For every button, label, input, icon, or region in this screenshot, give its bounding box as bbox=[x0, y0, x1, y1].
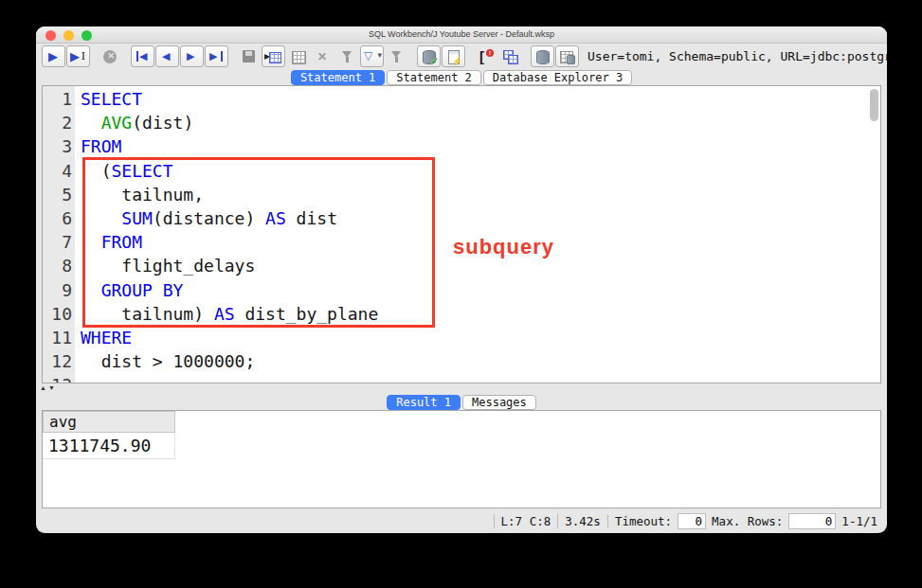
code-line-13[interactable]: 13 bbox=[43, 373, 880, 383]
rollback-button[interactable] bbox=[442, 45, 465, 67]
code-line-12[interactable]: 12 dist > 1000000; bbox=[43, 349, 880, 373]
insert-row-button[interactable] bbox=[262, 45, 285, 67]
execute-all-button[interactable] bbox=[42, 45, 65, 67]
code-text: FROM bbox=[75, 230, 142, 254]
db-icon bbox=[534, 49, 551, 64]
line-number: 6 bbox=[43, 206, 75, 230]
window-title: SQL Workbench/J Youtube Server - Default… bbox=[36, 27, 887, 43]
delete-x-icon bbox=[315, 49, 331, 64]
line-number: 1 bbox=[43, 87, 75, 111]
close-button[interactable] bbox=[45, 30, 56, 41]
code-text: tailnum) AS dist_by_plane bbox=[75, 302, 378, 326]
code-line-11[interactable]: 11WHERE bbox=[43, 326, 880, 349]
minimize-button[interactable] bbox=[63, 30, 74, 41]
code-text: dist > 1000000; bbox=[75, 349, 255, 373]
splitter-arrows-icon[interactable]: ▲▼ bbox=[40, 384, 57, 391]
timeout-input[interactable] bbox=[678, 513, 706, 529]
rollback-icon bbox=[445, 49, 461, 64]
code-line-6[interactable]: 6 SUM(distance) AS dist bbox=[43, 206, 880, 230]
status-bar: L:7 C:8 3.42s Timeout: Max. Rows: 1-1/1 bbox=[36, 508, 887, 533]
app-window: SQL Workbench/J Youtube Server - Default… bbox=[36, 27, 887, 533]
line-number: 5 bbox=[43, 183, 75, 206]
row-info: 1-1/1 bbox=[841, 514, 877, 528]
filter-picker-button[interactable] bbox=[360, 45, 384, 67]
tab-database-explorer-3[interactable]: Database Explorer 3 bbox=[483, 70, 632, 85]
commit-button[interactable] bbox=[417, 45, 441, 67]
connection-db-button[interactable] bbox=[531, 45, 554, 67]
delete-row-button[interactable] bbox=[311, 45, 334, 67]
reset-filter-button[interactable] bbox=[385, 45, 408, 67]
tab-statement-1[interactable]: Statement 1 bbox=[291, 70, 385, 85]
max-rows-label: Max. Rows: bbox=[712, 514, 783, 528]
result-header-row: avg bbox=[43, 411, 880, 433]
line-number: 10 bbox=[43, 302, 75, 326]
code-text: FROM bbox=[75, 134, 121, 158]
sql-editor[interactable]: 1SELECT2 AVG(dist)3FROM4 (SELECT5 tailnu… bbox=[42, 85, 881, 383]
timeout-label: Timeout: bbox=[615, 514, 672, 528]
tab-messages[interactable]: Messages bbox=[462, 395, 536, 410]
subquery-annotation-label: subquery bbox=[453, 235, 554, 259]
cancel-execution-button[interactable] bbox=[99, 45, 122, 67]
run-icon bbox=[45, 49, 62, 64]
traffic-lights bbox=[45, 30, 92, 41]
cursor-position: L:7 C:8 bbox=[501, 514, 551, 528]
code-line-1[interactable]: 1SELECT bbox=[43, 87, 880, 111]
tables-icon bbox=[502, 49, 518, 64]
tab-statement-2[interactable]: Statement 2 bbox=[387, 70, 480, 85]
code-text: flight_delays bbox=[75, 254, 255, 277]
copy-row-icon bbox=[290, 49, 306, 64]
column-header-avg[interactable]: avg bbox=[43, 411, 175, 433]
code-text: tailnum, bbox=[75, 183, 204, 206]
code-text: SUM(distance) AS dist bbox=[75, 206, 337, 230]
commit-icon bbox=[421, 49, 437, 64]
code-line-10[interactable]: 10 tailnum) AS dist_by_plane bbox=[43, 302, 880, 326]
code-line-4[interactable]: 4 (SELECT bbox=[43, 159, 880, 183]
code-line-3[interactable]: 3FROM bbox=[43, 134, 880, 158]
insert-row-icon bbox=[265, 49, 281, 64]
data-tables-button[interactable] bbox=[498, 45, 522, 67]
editor-vertical-scrollbar[interactable] bbox=[870, 89, 878, 121]
previous-row-button[interactable] bbox=[155, 45, 179, 67]
code-text: SELECT bbox=[75, 87, 142, 111]
table-cell[interactable]: 1311745.90 bbox=[43, 433, 175, 459]
line-number: 4 bbox=[43, 159, 75, 183]
filter-picker-icon bbox=[364, 49, 380, 64]
first-row-button[interactable] bbox=[131, 45, 154, 67]
auto-commit-button[interactable] bbox=[474, 45, 497, 67]
execution-time: 3.42s bbox=[565, 514, 601, 528]
run-current-icon bbox=[70, 49, 86, 64]
line-number: 11 bbox=[43, 326, 75, 349]
line-number: 7 bbox=[43, 230, 75, 254]
max-rows-input[interactable] bbox=[788, 513, 836, 529]
splitter[interactable]: ▲▼ bbox=[36, 383, 887, 394]
code-text: AVG(dist) bbox=[75, 111, 193, 134]
cancel-icon bbox=[102, 49, 118, 64]
line-number: 13 bbox=[43, 373, 75, 383]
filter-x-icon bbox=[389, 49, 405, 64]
auto-commit-icon bbox=[478, 49, 494, 64]
code-text: GROUP BY bbox=[75, 278, 183, 302]
result-panel: avg 1311745.90 bbox=[42, 410, 881, 508]
table-db-icon bbox=[559, 49, 575, 64]
copy-row-button[interactable] bbox=[286, 45, 310, 67]
line-number: 9 bbox=[43, 278, 75, 302]
code-line-5[interactable]: 5 tailnum, bbox=[43, 183, 880, 206]
filter-button[interactable] bbox=[335, 45, 359, 67]
show-db-tree-button[interactable] bbox=[555, 45, 579, 67]
save-changes-button[interactable] bbox=[237, 45, 261, 67]
title-bar[interactable]: SQL Workbench/J Youtube Server - Default… bbox=[36, 27, 887, 44]
zoom-button[interactable] bbox=[81, 30, 92, 41]
line-number: 12 bbox=[43, 349, 75, 373]
toolbar: User=tomi, Schema=public, URL=jdbc:postg… bbox=[36, 44, 887, 69]
last-row-button[interactable] bbox=[205, 45, 228, 67]
next-icon bbox=[184, 49, 200, 64]
line-number: 3 bbox=[43, 134, 75, 158]
statement-tab-bar: Statement 1Statement 2Database Explorer … bbox=[36, 69, 887, 85]
code-text: (SELECT bbox=[75, 159, 173, 183]
code-line-2[interactable]: 2 AVG(dist) bbox=[43, 111, 880, 134]
execute-current-button[interactable] bbox=[66, 45, 90, 67]
code-line-9[interactable]: 9 GROUP BY bbox=[43, 278, 880, 302]
tab-result-1[interactable]: Result 1 bbox=[387, 395, 461, 410]
code-text bbox=[75, 373, 81, 383]
next-row-button[interactable] bbox=[180, 45, 204, 67]
